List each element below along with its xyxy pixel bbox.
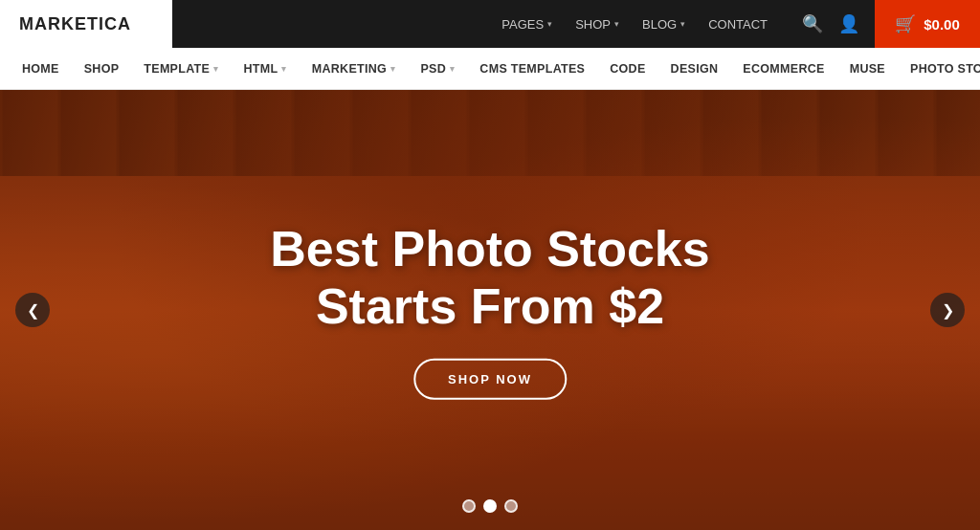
nav-photostocks-label: PHOTO STOCKS — [910, 62, 980, 76]
cart-total: $0.00 — [924, 16, 960, 33]
hero-cta-button[interactable]: SHOP NOW — [413, 358, 567, 399]
nav-muse-label: MUSE — [850, 62, 885, 76]
chevron-down-icon: ▾ — [680, 19, 685, 29]
top-nav-shop[interactable]: SHOP ▾ — [566, 17, 629, 32]
main-nav: HOME SHOP TEMPLATE ▾ HTML ▾ MARKETING ▾ … — [0, 48, 980, 90]
nav-template-label: TEMPLATE — [144, 62, 210, 76]
hero-title-line1: Best Photo Stocks — [270, 221, 709, 278]
hero-title-line2: Starts From $2 — [270, 278, 709, 336]
slider-dot-1[interactable] — [462, 499, 476, 513]
hero-slider: ❮ Best Photo Stocks Starts From $2 SHOP … — [0, 90, 980, 530]
nav-item-psd[interactable]: PSD ▾ — [408, 48, 467, 90]
nav-psd-label: PSD — [420, 62, 446, 76]
top-nav-blog[interactable]: BLOG ▾ — [633, 17, 695, 32]
nav-html-label: HTML — [243, 62, 278, 76]
chevron-down-icon: ▾ — [450, 64, 455, 74]
hero-content: Best Photo Stocks Starts From $2 SHOP NO… — [270, 221, 709, 400]
nav-code-label: CODE — [610, 62, 645, 76]
chevron-down-icon: ▾ — [614, 19, 619, 29]
nav-item-cms[interactable]: CMS TEMPLATES — [467, 48, 597, 90]
top-nav: PAGES ▾ SHOP ▾ BLOG ▾ CONTACT — [492, 17, 787, 32]
logo-area: MARKETICA — [0, 0, 172, 48]
chevron-down-icon: ▾ — [390, 64, 395, 74]
top-nav-contact-label: CONTACT — [708, 17, 768, 32]
cart-icon: 🛒 — [895, 13, 916, 34]
nav-item-template[interactable]: TEMPLATE ▾ — [131, 48, 231, 90]
nav-item-html[interactable]: HTML ▾ — [231, 48, 299, 90]
slider-dot-3[interactable] — [504, 499, 518, 513]
top-nav-pages[interactable]: PAGES ▾ — [492, 17, 562, 32]
slider-next-button[interactable]: ❯ — [930, 293, 965, 327]
slider-prev-button[interactable]: ❮ — [15, 293, 50, 327]
nav-item-shop[interactable]: SHOP — [72, 48, 132, 90]
nav-item-ecommerce[interactable]: ECOMMERCE — [730, 48, 836, 90]
chevron-down-icon: ▾ — [213, 64, 218, 74]
nav-item-design[interactable]: DESIGN — [658, 48, 731, 90]
top-bar: MARKETICA PAGES ▾ SHOP ▾ BLOG ▾ CONTACT … — [0, 0, 980, 48]
nav-item-code[interactable]: CODE — [597, 48, 657, 90]
slider-dot-2[interactable] — [483, 499, 497, 513]
search-icon[interactable]: 🔍 — [802, 13, 823, 34]
cart-button[interactable]: 🛒 $0.00 — [875, 0, 980, 48]
nav-design-label: DESIGN — [671, 62, 719, 76]
top-nav-pages-label: PAGES — [501, 17, 544, 32]
chevron-down-icon: ▾ — [547, 19, 552, 29]
top-icons: 🔍 👤 — [787, 13, 875, 34]
nav-item-muse[interactable]: MUSE — [837, 48, 898, 90]
user-icon[interactable]: 👤 — [838, 13, 859, 34]
chevron-down-icon: ▾ — [281, 64, 286, 74]
nav-item-home[interactable]: HOME — [10, 48, 72, 90]
top-nav-contact[interactable]: CONTACT — [699, 17, 777, 32]
arrow-left-icon: ❮ — [27, 301, 39, 320]
hero-title: Best Photo Stocks Starts From $2 — [270, 221, 709, 336]
top-nav-shop-label: SHOP — [575, 17, 611, 32]
nav-item-marketing[interactable]: MARKETING ▾ — [300, 48, 409, 90]
top-nav-blog-label: BLOG — [642, 17, 677, 32]
nav-cms-label: CMS TEMPLATES — [479, 62, 585, 76]
nav-item-photostocks[interactable]: PHOTO STOCKS — [898, 48, 980, 90]
nav-shop-label: SHOP — [84, 62, 120, 76]
nav-marketing-label: MARKETING — [312, 62, 387, 76]
slider-dots — [462, 499, 518, 513]
arrow-right-icon: ❯ — [942, 301, 954, 320]
logo-text[interactable]: MARKETICA — [19, 14, 131, 34]
nav-ecommerce-label: ECOMMERCE — [743, 62, 824, 76]
nav-home-label: HOME — [22, 62, 59, 76]
